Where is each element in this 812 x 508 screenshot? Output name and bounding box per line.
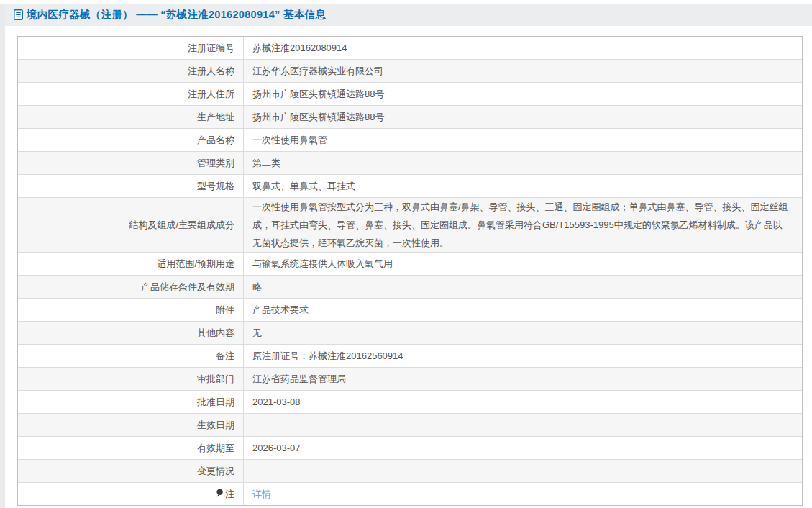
- page-title: 境内医疗器械（注册） —— “苏械注准20162080914” 基本信息: [27, 8, 326, 22]
- row-value: 略: [244, 276, 803, 299]
- row-label: 审批部门: [18, 368, 244, 391]
- row-value: 详情: [244, 483, 803, 506]
- row-value: 产品技术要求: [244, 299, 803, 322]
- row-label: 型号规格: [18, 175, 244, 198]
- row-label: 生效日期: [18, 414, 244, 437]
- row-label-text: 管理类别: [197, 158, 234, 168]
- row-label: 批准日期: [18, 391, 244, 414]
- row-value: 双鼻式、单鼻式、耳挂式: [244, 175, 803, 198]
- table-row: 型号规格双鼻式、单鼻式、耳挂式: [18, 175, 802, 198]
- table-row: 结构及组成/主要组成成分一次性使用鼻氧管按型式分为三种，双鼻式由鼻塞/鼻架、导管…: [18, 198, 802, 253]
- row-label-text: 注册人住所: [188, 89, 234, 99]
- row-label-text: 审批部门: [197, 373, 234, 384]
- row-value: 原注册证号：苏械注准20162560914: [244, 345, 803, 368]
- row-label: 注: [18, 483, 244, 506]
- row-label: 产品名称: [18, 129, 244, 152]
- row-label-text: 附件: [216, 304, 234, 315]
- row-label: 注册人名称: [18, 60, 244, 83]
- page: 境内医疗器械（注册） —— “苏械注准20162080914” 基本信息 注册证…: [0, 0, 812, 508]
- left-margin-strip: [0, 4, 5, 508]
- row-label: 结构及组成/主要组成成分: [18, 198, 244, 253]
- row-value: 2026-03-07: [244, 437, 803, 460]
- row-label: 生产地址: [18, 106, 244, 129]
- row-label: 注册证编号: [18, 37, 244, 60]
- table-row: 管理类别第二类: [18, 152, 802, 175]
- row-label: 有效期至: [18, 437, 244, 460]
- row-value: 江苏省药品监督管理局: [244, 368, 803, 391]
- row-label-text: 生产地址: [197, 112, 234, 122]
- detail-link[interactable]: 详情: [252, 489, 271, 499]
- table-row: 注册人名称江苏华东医疗器械实业有限公司: [18, 60, 802, 83]
- title-band: 境内医疗器械（注册） —— “苏械注准20162080914” 基本信息: [5, 4, 812, 26]
- table-row: 备注原注册证号：苏械注准20162560914: [18, 345, 802, 368]
- row-value: 一次性使用鼻氧管按型式分为三种，双鼻式由鼻塞/鼻架、导管、接头、三通、固定圈组成…: [244, 198, 803, 253]
- table-row: 变更情况: [18, 460, 802, 483]
- registration-info-table: 注册证编号苏械注准20162080914注册人名称江苏华东医疗器械实业有限公司注…: [17, 36, 803, 506]
- row-label: 变更情况: [18, 460, 244, 483]
- row-label-text: 产品储存条件及有效期: [141, 281, 234, 292]
- table-row: 其他内容无: [18, 322, 802, 345]
- balloon-icon: [216, 489, 224, 500]
- row-label: 管理类别: [18, 152, 244, 175]
- row-value: 扬州市广陵区头桥镇通达路88号: [244, 83, 803, 106]
- row-label-text: 注册证编号: [188, 42, 234, 53]
- row-value: 一次性使用鼻氧管: [244, 129, 803, 152]
- info-table-body: 注册证编号苏械注准20162080914注册人名称江苏华东医疗器械实业有限公司注…: [18, 37, 802, 505]
- document-icon: [14, 9, 23, 20]
- row-label-text: 备注: [216, 350, 234, 361]
- row-label-text: 型号规格: [197, 181, 234, 191]
- row-label-text: 有效期至: [197, 443, 234, 453]
- row-value: 与输氧系统连接供人体吸入氧气用: [244, 253, 803, 276]
- row-label-text: 变更情况: [197, 466, 234, 476]
- row-label-text: 产品名称: [197, 135, 234, 145]
- row-value: 2021-03-08: [244, 391, 803, 414]
- row-label-text: 批准日期: [197, 396, 234, 407]
- row-value: 无: [244, 322, 803, 345]
- table-row: 生效日期: [18, 414, 802, 437]
- row-label-text: 生效日期: [197, 419, 234, 430]
- row-label: 附件: [18, 299, 244, 322]
- table-row: 注册证编号苏械注准20162080914: [18, 37, 802, 60]
- table-row: 产品储存条件及有效期略: [18, 276, 802, 299]
- row-label-text: 结构及组成/主要组成成分: [129, 219, 234, 230]
- table-row: 有效期至2026-03-07: [18, 437, 802, 460]
- row-label: 备注: [18, 345, 244, 368]
- row-value: 苏械注准20162080914: [244, 37, 803, 60]
- row-value: 扬州市广陵区头桥镇通达路88号: [244, 106, 803, 129]
- row-label: 适用范围/预期用途: [18, 253, 244, 276]
- row-label-text: 注: [225, 489, 234, 499]
- row-label-text: 适用范围/预期用途: [157, 258, 234, 269]
- row-label-text: 其他内容: [197, 327, 234, 338]
- table-row: 附件产品技术要求: [18, 299, 802, 322]
- table-row: 注详情: [18, 483, 802, 506]
- table-row: 生产地址扬州市广陵区头桥镇通达路88号: [18, 106, 802, 129]
- row-label-text: 注册人名称: [188, 65, 234, 76]
- row-label: 其他内容: [18, 322, 244, 345]
- row-value: [244, 414, 803, 437]
- row-value: 江苏华东医疗器械实业有限公司: [244, 60, 803, 83]
- row-value: [244, 460, 803, 483]
- table-row: 适用范围/预期用途与输氧系统连接供人体吸入氧气用: [18, 253, 802, 276]
- row-value: 第二类: [244, 152, 803, 175]
- table-row: 批准日期2021-03-08: [18, 391, 802, 414]
- table-row: 审批部门江苏省药品监督管理局: [18, 368, 802, 391]
- row-label: 产品储存条件及有效期: [18, 276, 244, 299]
- row-label: 注册人住所: [18, 83, 244, 106]
- table-row: 产品名称一次性使用鼻氧管: [18, 129, 802, 152]
- table-row: 注册人住所扬州市广陵区头桥镇通达路88号: [18, 83, 802, 106]
